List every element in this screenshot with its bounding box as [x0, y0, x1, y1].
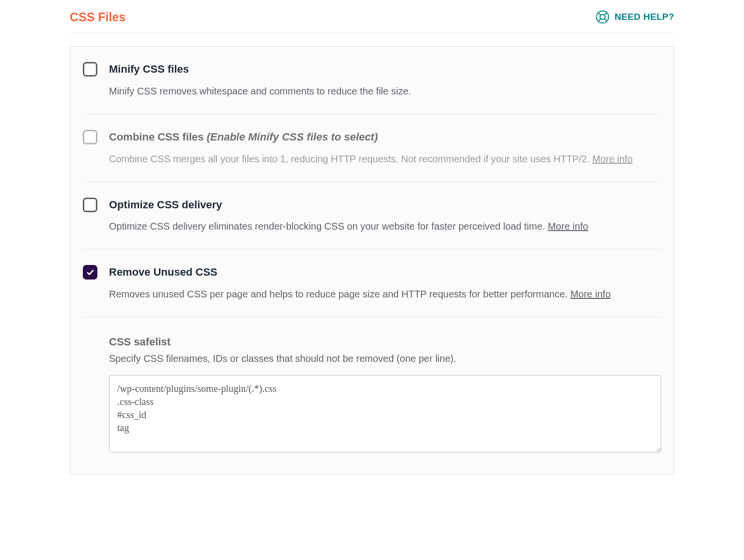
svg-line-4	[598, 19, 601, 21]
remove-unused-css-more-info-link[interactable]: More info	[570, 289, 610, 299]
svg-line-5	[604, 13, 606, 15]
css-safelist-title: CSS safelist	[109, 336, 661, 348]
need-help-link[interactable]: NEED HELP?	[595, 10, 674, 24]
option-remove-unused-css: Remove Unused CSS Removes unused CSS per…	[83, 249, 661, 317]
optimize-delivery-checkbox[interactable]	[83, 198, 97, 212]
checkmark-icon	[86, 268, 94, 277]
combine-css-more-info-link[interactable]: More info	[592, 154, 633, 164]
optimize-delivery-title: Optimize CSS delivery	[109, 198, 661, 213]
section-header: CSS Files NEED HELP?	[70, 10, 674, 33]
remove-unused-css-title: Remove Unused CSS	[109, 265, 661, 280]
section-title: CSS Files	[70, 10, 125, 24]
svg-line-3	[604, 19, 606, 21]
combine-css-desc: Combine CSS merges all your files into 1…	[109, 152, 661, 166]
optimize-delivery-more-info-link[interactable]: More info	[548, 221, 588, 232]
css-safelist-section: CSS safelist Specify CSS filenames, IDs …	[83, 317, 661, 474]
svg-line-2	[598, 13, 601, 15]
css-safelist-desc: Specify CSS filenames, IDs or classes th…	[109, 353, 661, 364]
svg-point-1	[600, 15, 605, 20]
option-combine-css: Combine CSS files (Enable Minify CSS fil…	[83, 114, 661, 182]
minify-css-title: Minify CSS files	[109, 62, 661, 77]
minify-css-checkbox[interactable]	[83, 62, 97, 77]
option-minify-css: Minify CSS files Minify CSS removes whit…	[83, 47, 661, 114]
remove-unused-css-checkbox[interactable]	[83, 265, 97, 280]
minify-css-desc: Minify CSS removes whitespace and commen…	[109, 84, 661, 98]
help-lifebuoy-icon	[595, 10, 610, 24]
option-optimize-delivery: Optimize CSS delivery Optimize CSS deliv…	[83, 182, 661, 250]
combine-css-checkbox	[83, 130, 97, 144]
need-help-label: NEED HELP?	[615, 12, 674, 22]
remove-unused-css-desc: Removes unused CSS per page and helps to…	[109, 287, 661, 301]
combine-css-title: Combine CSS files (Enable Minify CSS fil…	[109, 130, 661, 145]
optimize-delivery-desc: Optimize CSS delivery eliminates render-…	[109, 219, 661, 233]
css-safelist-textarea[interactable]	[109, 375, 661, 452]
css-files-panel: Minify CSS files Minify CSS removes whit…	[70, 46, 674, 474]
